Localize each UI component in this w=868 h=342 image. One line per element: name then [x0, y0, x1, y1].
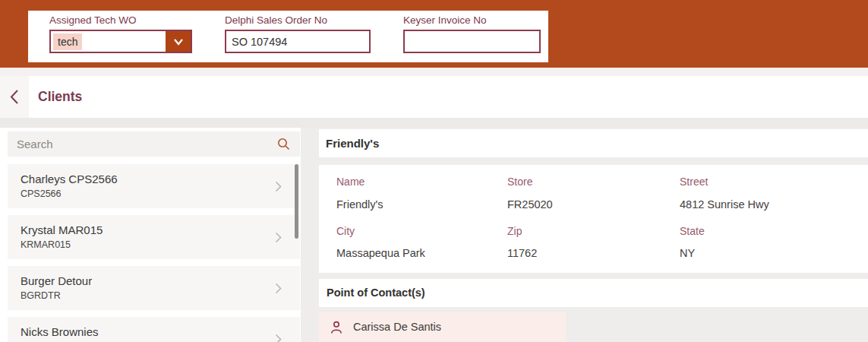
chevron-right-icon [275, 334, 282, 342]
chevron-down-icon[interactable] [166, 31, 191, 52]
field-label: City [336, 225, 355, 237]
invoice-input[interactable] [403, 30, 541, 53]
client-list-item[interactable]: Burger Detour BGRDTR [8, 266, 300, 310]
field-value: FR25020 [507, 198, 553, 211]
person-icon [330, 321, 342, 337]
client-code: BGRDTR [21, 290, 61, 301]
sales-order-label: Delphi Sales Order No [225, 14, 327, 26]
client-code: KRMAR015 [21, 239, 71, 250]
field-label: Street [680, 176, 708, 188]
client-name: Nicks Brownies [21, 325, 99, 338]
scrollbar[interactable] [295, 164, 298, 239]
chevron-right-icon [275, 232, 282, 246]
client-list-panel: Charleys CPS2566 CPS2566 Krystal MAR015 … [0, 128, 301, 342]
client-list-item[interactable]: Nicks Brownies [8, 317, 300, 342]
search-input[interactable] [8, 131, 300, 157]
poc-title-card: Point of Contact(s) [319, 279, 868, 307]
assigned-tech-dropdown[interactable]: tech [49, 30, 192, 53]
field-label: State [680, 225, 705, 237]
client-list-item[interactable]: Krystal MAR015 KRMAR015 [8, 215, 300, 259]
client-title-card: Friendly's [319, 129, 868, 157]
search-box [8, 131, 300, 157]
client-name: Krystal MAR015 [21, 223, 103, 236]
sales-order-input[interactable] [225, 30, 371, 53]
field-value: Massapequa Park [336, 247, 425, 259]
workorder-form-panel: Assigned Tech WO Delphi Sales Order No K… [28, 11, 548, 62]
contact-name: Carissa De Santis [353, 312, 441, 342]
client-detail-panel: Friendly's Name Friendly's Store FR25020… [319, 128, 868, 342]
field-value: 4812 Sunrise Hwy [680, 198, 769, 211]
search-icon[interactable] [277, 138, 290, 154]
header-divider-strip [0, 68, 868, 76]
chevron-right-icon [275, 181, 282, 195]
field-label: Store [507, 176, 532, 188]
back-button[interactable] [8, 89, 21, 105]
content-area: Charleys CPS2566 CPS2566 Krystal MAR015 … [0, 128, 868, 342]
poc-title: Point of Contact(s) [327, 279, 425, 307]
client-fields-card: Name Friendly's Store FR25020 Street 481… [319, 165, 868, 273]
page-header: Clients [0, 76, 868, 118]
contact-row[interactable]: Carissa De Santis [319, 312, 566, 342]
chevron-right-icon [275, 283, 282, 297]
client-name: Burger Detour [21, 274, 92, 287]
client-code: CPS2566 [21, 188, 62, 199]
field-label: Name [336, 176, 365, 188]
client-name: Charleys CPS2566 [21, 173, 118, 185]
field-value: Friendly's [336, 198, 383, 211]
invoice-label: Keyser Invoice No [403, 14, 487, 26]
assigned-tech-label: Assigned Tech WO [49, 14, 137, 26]
page-title: Clients [38, 76, 82, 118]
assigned-tech-value: tech [53, 33, 82, 50]
client-title: Friendly's [326, 129, 379, 157]
app-window: Assigned Tech WO Delphi Sales Order No K… [0, 0, 868, 342]
field-value: NY [680, 247, 695, 259]
field-value: 11762 [507, 247, 537, 259]
client-list-item[interactable]: Charleys CPS2566 CPS2566 [8, 164, 300, 208]
content-divider-band [0, 118, 868, 128]
top-header-bar: Assigned Tech WO Delphi Sales Order No K… [0, 0, 868, 68]
field-label: Zip [507, 225, 522, 237]
